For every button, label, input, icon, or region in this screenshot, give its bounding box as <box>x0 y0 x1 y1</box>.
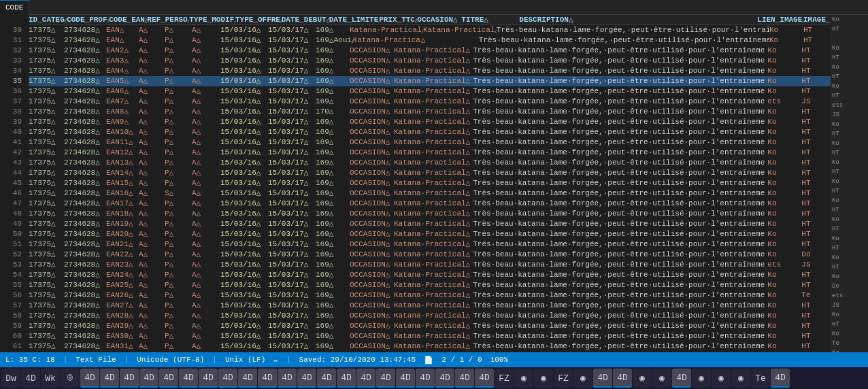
table-row[interactable]: 17375△2734628△EAN10△A△P△A△15/03/16△15/03… <box>29 127 831 137</box>
header-code_e[interactable]: CODE_EAN△ <box>109 15 147 25</box>
taskbar-icon-19[interactable]: 4D <box>376 369 395 388</box>
cell-date_d: 15/03/16△ <box>220 250 268 260</box>
taskbar-icon-27[interactable]: ◉ <box>534 369 553 388</box>
table-row[interactable]: 17375△2734628△EAN2△A△P△A△15/03/16△15/03/… <box>29 46 831 56</box>
taskbar-icon-12[interactable]: 4D <box>238 369 257 388</box>
taskbar-icon-8[interactable]: 4D <box>159 369 178 388</box>
taskbar-icon-17[interactable]: 4D <box>337 369 356 388</box>
taskbar-icon-10[interactable]: 4D <box>199 369 218 388</box>
taskbar-icon-11[interactable]: 4D <box>218 369 237 388</box>
taskbar-icon-2[interactable]: Wk <box>41 369 60 388</box>
file-icon: 📄 <box>424 356 433 365</box>
table-row[interactable]: 17375△2734628△EAN13△A△P△A△15/03/16△15/03… <box>29 158 831 168</box>
taskbar-icon-16[interactable]: 4D <box>317 369 336 388</box>
table-row[interactable]: 17375△2734628△EAN18△A△P△A△15/03/16△15/03… <box>29 209 831 219</box>
line-ending[interactable]: Unix (LF) <box>225 356 265 364</box>
header-type_o[interactable]: TYPE_OFFRE△ <box>235 15 282 25</box>
table-row[interactable]: 17375△2734628△EAN31△A△P△A△15/03/16△15/03… <box>29 341 831 352</box>
taskbar-icon-6[interactable]: 4D <box>120 369 139 388</box>
zoom-level[interactable]: 100% <box>490 356 508 364</box>
table-row[interactable]: 17375△2734628△EAN16△A△S△A△15/03/16△15/03… <box>29 188 831 199</box>
tab-code[interactable]: CODE <box>0 0 29 15</box>
taskbar-icon-23[interactable]: 4D <box>455 369 474 388</box>
taskbar-icon-18[interactable]: 4D <box>356 369 375 388</box>
cell-code_e: EAN10△ <box>106 127 139 137</box>
table-row[interactable]: 17375△2734628△EAN24△A△P△A△15/03/16△15/03… <box>29 270 831 280</box>
header-image[interactable]: IMAGE_ <box>803 15 831 25</box>
taskbar-icon-15[interactable]: 4D <box>297 369 316 388</box>
taskbar-icon-14[interactable]: 4D <box>278 369 297 388</box>
table-row[interactable]: 17375△2734628△EAN22△A△P△A△15/03/16△15/03… <box>29 250 831 260</box>
table-row[interactable]: 17375△2734628△EAN20△A△P△A△15/03/16△15/03… <box>29 229 831 239</box>
file-type[interactable]: Text File <box>76 356 116 364</box>
taskbar-icon-22[interactable]: 4D <box>435 369 454 388</box>
table-row[interactable]: 17375△2734628△EAN28△A△P△A△15/03/16△15/03… <box>29 311 831 321</box>
header-prix[interactable]: PRIX_TTC△ <box>379 15 417 25</box>
taskbar-icon-26[interactable]: ◉ <box>514 369 533 388</box>
taskbar-icon-5[interactable]: 4D <box>100 369 119 388</box>
taskbar-icon-32[interactable]: ◉ <box>633 369 652 388</box>
header-lien[interactable]: LIEN_IMAGE△ <box>757 15 803 25</box>
table-row[interactable]: 17375△2734628△EAN15△A△P△A△15/03/16△15/03… <box>29 178 831 188</box>
header-occ[interactable]: OCCASION△ <box>417 15 461 25</box>
table-row[interactable]: 17375△2734628△EAN4△A△P△A△15/03/16△15/03/… <box>29 66 831 76</box>
header-ref[interactable]: REF_PERSO△ <box>147 15 189 25</box>
table-row[interactable]: 17375△2734628△EAN19△A△P△A△15/03/16△15/03… <box>29 219 831 229</box>
table-row[interactable]: 17375△2734628△EAN23△A△P△A△15/03/16△15/03… <box>29 260 831 270</box>
taskbar-icon-0[interactable]: Dw <box>1 369 20 388</box>
taskbar-icon-31[interactable]: 4D <box>613 369 632 388</box>
taskbar-icon-36[interactable]: ◉ <box>712 369 731 388</box>
table-row[interactable]: 17375△2734628△EAN3△A△P△A△15/03/16△15/03/… <box>29 56 831 66</box>
table-row[interactable]: 17375△2734628△EAN5△A△P△A△15/03/16△15/03/… <box>29 76 831 86</box>
header-date_d[interactable]: DATE_DEBUT△ <box>282 15 329 25</box>
table-row[interactable]: 17375△2734628△EAN32△A△P△A△15/03/16△15/03… <box>29 352 831 352</box>
taskbar-icon-28[interactable]: FZ <box>554 369 573 388</box>
table-row[interactable]: 17375△2734628△EAN8△A△P△A△15/03/16△15/03/… <box>29 107 831 117</box>
cell-prix: 169△Aoui△ <box>316 35 353 46</box>
table-row[interactable]: 17375△2734628△EAN7△A△P△A△15/03/16△15/03/… <box>29 97 831 107</box>
taskbar-icon-25[interactable]: FZ <box>495 369 514 388</box>
table-row[interactable]: 17375△2734628△EAN14△A△P△A△15/03/16△15/03… <box>29 168 831 178</box>
cell-occ: OCCASION△ <box>350 199 394 209</box>
taskbar-icon-35[interactable]: ◉ <box>692 369 711 388</box>
code-content[interactable]: ID_CATEG△CODE_PROF△CODE_EAN△REF_PERSO△TY… <box>26 15 831 352</box>
taskbar-icon-38[interactable]: Te <box>751 369 770 388</box>
taskbar-icon-9[interactable]: 4D <box>179 369 198 388</box>
header-titre[interactable]: TITRE△ <box>461 15 519 25</box>
taskbar-icon-24[interactable]: 4D <box>475 369 494 388</box>
taskbar-icon-30[interactable]: 4D <box>593 369 612 388</box>
table-row[interactable]: 17375△2734628△EAN17△A△P△A△15/03/16△15/03… <box>29 199 831 209</box>
table-row[interactable]: 17375△2734628△EAN12△A△P△A△15/03/16△15/03… <box>29 148 831 158</box>
header-code_p[interactable]: CODE_PROF△ <box>67 15 109 25</box>
taskbar-icon-20[interactable]: 4D <box>396 369 415 388</box>
encoding[interactable]: Unicode (UTF-8) <box>137 356 204 364</box>
table-row[interactable]: 17375△2734628△EAN27△A△P△A△15/03/16△15/03… <box>29 301 831 311</box>
minimap-item: Ko <box>832 63 867 72</box>
table-row[interactable]: 17375△2734628△EAN25△A△P△A△15/03/16△15/03… <box>29 280 831 290</box>
taskbar-icon-13[interactable]: 4D <box>258 369 277 388</box>
header-id_cat[interactable]: ID_CATEG△ <box>29 15 67 25</box>
taskbar-icon-29[interactable]: ◉ <box>573 369 592 388</box>
table-row[interactable]: 17375△2734628△EAN11△A△P△A△15/03/16△15/03… <box>29 137 831 148</box>
table-row[interactable]: 17375△2734628△EAN29△A△P△A△15/03/16△15/03… <box>29 321 831 331</box>
cell-image: HT <box>803 25 831 35</box>
table-row[interactable]: 17375△2734628△EAN9△A△P△A△15/03/16△15/03/… <box>29 117 831 127</box>
taskbar-icon-33[interactable]: ◉ <box>652 369 671 388</box>
taskbar-icon-1[interactable]: 4D <box>21 369 40 388</box>
table-row[interactable]: 17375△2734628△EAN26△A△P△A△15/03/16△15/03… <box>29 290 831 301</box>
taskbar-icon-34[interactable]: 4D <box>672 369 691 388</box>
taskbar-icon-39[interactable]: 4D <box>771 369 790 388</box>
taskbar-icon-7[interactable]: 4D <box>139 369 158 388</box>
header-type_m[interactable]: TYPE_MODIF△ <box>189 15 235 25</box>
header-date_l[interactable]: DATE_LIMITE△ <box>329 15 380 25</box>
taskbar-icon-4[interactable]: 4D <box>80 369 99 388</box>
table-row[interactable]: 17375△2734628△EAN△A△P△A△15/03/16△15/03/1… <box>29 35 831 46</box>
taskbar-icon-3[interactable]: ® <box>61 369 80 388</box>
table-row[interactable]: 17375△2734628△EAN6△A△P△A△15/03/16△15/03/… <box>29 86 831 97</box>
table-row[interactable]: 17375△2734628△EAN△A△P△A△15/03/16△15/03/1… <box>29 25 831 35</box>
header-desc[interactable]: DESCRIPTION△ <box>519 15 757 25</box>
table-row[interactable]: 17375△2734628△EAN30△A△P△A△15/03/16△15/03… <box>29 331 831 341</box>
taskbar-icon-21[interactable]: 4D <box>416 369 435 388</box>
table-row[interactable]: 17375△2734628△EAN21△A△P△A△15/03/16△15/03… <box>29 239 831 250</box>
taskbar-icon-37[interactable]: ◉ <box>731 369 750 388</box>
